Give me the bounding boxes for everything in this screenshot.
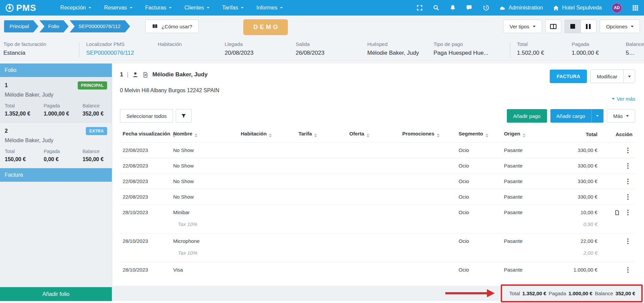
filter-button[interactable] <box>176 109 192 123</box>
folio-pagada: Pagada1.000,00 € <box>44 103 82 117</box>
column-header-segmento[interactable]: Segmento <box>456 127 501 143</box>
guest-person-icon[interactable] <box>132 72 139 78</box>
hotel-link[interactable]: Hotel Sepulveda <box>553 5 602 11</box>
how-to-use-button[interactable]: ¿Cómo usar? <box>145 20 199 33</box>
folio-item-1[interactable]: 1PRINCIPALMélodie Baker, JudyTotal1.352,… <box>0 77 112 123</box>
info-field-value: 20/08/2023 <box>225 50 296 56</box>
row-actions-kebab-icon[interactable]: ⋮ <box>623 147 633 153</box>
info-bar-fields: Tipo de facturaciónEstanciaLocalizador P… <box>3 41 644 60</box>
charge-row: 22/08/2023No ShowOcioPasante330,00 €⋮ <box>120 189 635 205</box>
split-view-button[interactable] <box>580 20 596 33</box>
column-header-promociones[interactable]: Promociones <box>386 127 456 143</box>
cell-fecha: 28/10/2023 <box>120 233 170 249</box>
folio-type-badge: PRINCIPAL <box>78 81 107 90</box>
sort-icon <box>269 133 272 137</box>
opciones-button[interactable]: Opciones <box>600 20 640 33</box>
pms-logo[interactable]: PMS <box>5 3 36 13</box>
cell-accion: ⋮ <box>600 205 635 220</box>
info-field-label: Balance <box>626 41 635 47</box>
cell-origen: Pasante <box>501 174 553 189</box>
cell-promociones <box>386 158 456 174</box>
fullscreen-icon[interactable] <box>416 4 423 11</box>
folio-head: 2EXTRA <box>5 127 107 135</box>
breadcrumb-item-folio[interactable]: Folio <box>40 20 69 32</box>
columns-layout-button[interactable] <box>545 20 561 33</box>
sort-icon <box>195 133 197 137</box>
menu-item-tarifas[interactable]: Tarifas <box>216 1 250 14</box>
folio-sidebar: Folio 1PRINCIPALMélodie Baker, JudyTotal… <box>0 64 112 301</box>
modificar-button[interactable]: Modificar <box>591 70 623 83</box>
ver-tipos-button[interactable]: Ver tipos <box>503 20 542 33</box>
row-actions-kebab-icon[interactable]: ⋮ <box>623 194 633 200</box>
more-button[interactable]: Más <box>607 109 635 123</box>
column-header-tarifa[interactable]: Tarifa <box>283 127 333 143</box>
folio-number: 1 <box>120 71 123 78</box>
menu-item-clientes[interactable]: Clientes <box>178 1 216 14</box>
add-charge-button[interactable]: Añadir cargo <box>550 109 591 123</box>
menu-item-facturas[interactable]: Facturas <box>139 1 178 14</box>
column-header-origen[interactable]: Origen <box>501 127 553 143</box>
cell-tarifa <box>283 174 333 189</box>
folio-item-2[interactable]: 2EXTRAMélodie Baker, JudyTotal150,00 €Pa… <box>0 123 112 168</box>
folio-guest-name: Mélodie Baker, Judy <box>5 92 107 98</box>
footer-total-value: 1.352,00 € <box>522 291 546 296</box>
column-header-nombre[interactable]: Nombre <box>170 127 229 143</box>
folio-number: 1 <box>5 82 8 89</box>
invoice-doc-icon[interactable] <box>614 210 620 216</box>
ver-mas-link[interactable]: Ver más <box>612 96 635 102</box>
hotel-label: Hotel Sepulveda <box>562 5 602 11</box>
folio-detail-header: 1 | Mélodie Baker, Judy FACTURA Modifica… <box>120 70 635 83</box>
history-icon[interactable] <box>482 4 489 11</box>
row-actions-kebab-icon[interactable]: ⋮ <box>623 267 633 273</box>
how-to-use-label: ¿Cómo usar? <box>162 24 192 29</box>
sort-icon <box>314 133 317 137</box>
menu-item-informes[interactable]: Informes <box>250 1 289 14</box>
search-icon[interactable] <box>433 4 440 11</box>
chat-icon[interactable] <box>466 4 473 11</box>
menu-item-recepcion[interactable]: Recepción <box>54 1 98 14</box>
row-actions-kebab-icon[interactable]: ⋮ <box>623 238 633 244</box>
square-icon <box>570 24 575 29</box>
folio-type-badge: EXTRA <box>86 127 107 135</box>
row-actions-kebab-icon[interactable]: ⋮ <box>623 209 633 216</box>
avatar-initials: AD <box>614 5 620 10</box>
info-field-huesped: HuéspedMélodie Baker, Judy <box>367 41 434 60</box>
breadcrumb-item-principal[interactable]: Principal <box>4 20 39 32</box>
info-field-label: Tipo de pago <box>434 41 510 47</box>
folio-pagada: Pagada0,00 € <box>44 149 82 162</box>
cell-total: 22,00 € <box>553 233 600 249</box>
cell-promociones <box>386 262 456 278</box>
modificar-dropdown-toggle[interactable] <box>623 70 635 83</box>
guest-document-icon[interactable] <box>142 72 149 78</box>
select-all-button[interactable]: Seleccionar todos <box>120 109 173 123</box>
single-view-button[interactable] <box>565 20 580 33</box>
info-field-habitacion: Habitación <box>158 41 225 60</box>
row-actions-kebab-icon[interactable]: ⋮ <box>623 162 633 169</box>
add-payment-button[interactable]: Añadir pago <box>507 109 547 123</box>
menu-item-reservas[interactable]: Reservas <box>98 1 139 14</box>
notifications-bell-icon[interactable] <box>449 4 456 11</box>
apps-grid-icon[interactable] <box>632 4 639 11</box>
breadcrumb-item-sep00000076-112[interactable]: SEP00000076/112 <box>70 20 130 32</box>
administration-link[interactable]: Administration <box>499 5 543 11</box>
menu-item-label: Recepción <box>60 5 86 11</box>
factura-button[interactable]: FACTURA <box>550 70 587 83</box>
folio-list: 1PRINCIPALMélodie Baker, JudyTotal1.352,… <box>0 77 112 168</box>
info-field-tipo-de-pago: Tipo de pagoPaga Huesped Hue... <box>434 41 510 60</box>
cell-oferta <box>333 262 386 278</box>
column-header-label: Total <box>586 131 598 137</box>
folio-total: Total1.352,00 € <box>5 103 44 117</box>
info-field-label: Huésped <box>367 41 434 47</box>
column-header-oferta[interactable]: Oferta <box>333 127 386 143</box>
factura-section-header: Factura <box>0 168 112 182</box>
row-actions-kebab-icon[interactable]: ⋮ <box>623 178 633 184</box>
menu-item-label: Facturas <box>145 5 166 11</box>
add-folio-button[interactable]: Añadir folio <box>0 287 112 301</box>
add-charge-dropdown-toggle[interactable] <box>591 109 603 123</box>
column-header-habitacion[interactable]: Habitación <box>230 127 283 143</box>
user-avatar[interactable]: AD <box>612 3 622 13</box>
cell-fecha: 28/10/2023 <box>120 205 170 220</box>
info-field-value[interactable]: SEP00000076/112 <box>86 50 158 56</box>
demo-badge: DEMO <box>243 19 288 35</box>
column-header-fecha-visualizacion[interactable]: Fecha visualización <box>120 127 170 143</box>
